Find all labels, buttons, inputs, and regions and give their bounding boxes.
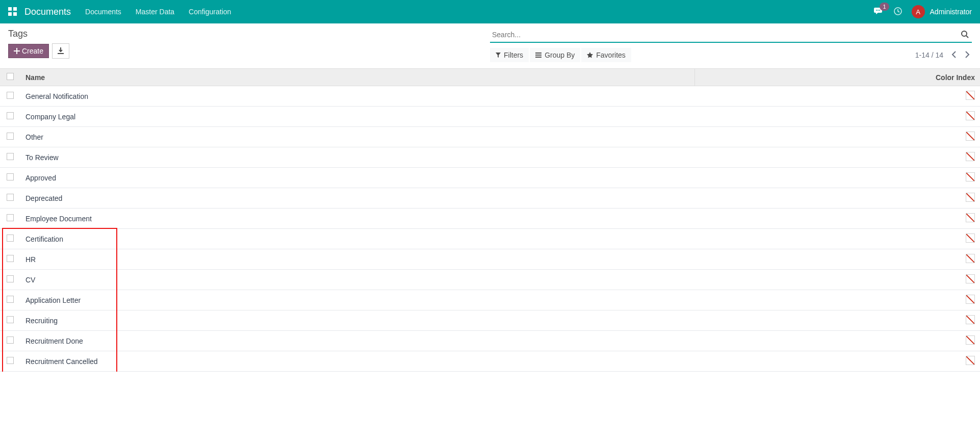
table-row[interactable]: Company Legal [0,107,980,127]
nav-menu-masterdata[interactable]: Master Data [136,8,174,16]
pager-prev[interactable] [949,49,959,62]
top-navbar: Documents Documents Master Data Configur… [0,0,980,23]
row-name[interactable]: CV [20,270,694,290]
nav-menu-documents[interactable]: Documents [85,8,121,16]
table-row[interactable]: Recruitment Done [0,331,980,351]
star-icon [587,52,593,58]
row-checkbox[interactable] [7,296,14,303]
pager-next[interactable] [963,49,972,62]
table-row[interactable]: Recruitment Cancelled [0,351,980,372]
svg-rect-10 [58,53,64,54]
funnel-icon [496,53,501,58]
plus-icon [14,48,20,54]
color-swatch[interactable] [966,254,975,263]
list-view: Name Color Index General NotificationCom… [0,68,980,372]
svg-point-4 [876,10,877,11]
row-name[interactable]: Deprecated [20,188,694,209]
app-brand[interactable]: Documents [24,7,71,17]
row-checkbox[interactable] [7,214,14,221]
table-row[interactable]: Recruiting [0,310,980,331]
col-header-color[interactable]: Color Index [694,69,980,86]
table-row[interactable]: General Notification [0,86,980,107]
select-all-checkbox[interactable] [7,73,14,80]
groupby-button[interactable]: Group By [530,48,580,62]
row-name[interactable]: Recruitment Cancelled [20,351,694,372]
table-row[interactable]: Deprecated [0,188,980,209]
row-checkbox[interactable] [7,133,14,140]
row-checkbox[interactable] [7,92,14,99]
color-swatch[interactable] [966,213,975,222]
svg-rect-9 [14,50,20,51]
color-swatch[interactable] [966,335,975,345]
apps-icon[interactable] [8,7,17,16]
row-name[interactable]: Application Letter [20,290,694,310]
color-swatch[interactable] [966,234,975,243]
export-button[interactable] [52,43,69,59]
create-button[interactable]: Create [8,44,49,58]
table-row[interactable]: CV [0,270,980,290]
row-checkbox[interactable] [7,336,14,344]
messaging-icon[interactable]: 1 [874,7,884,17]
table-row[interactable]: Employee Document [0,209,980,229]
table-row[interactable]: Approved [0,168,980,188]
pager-text[interactable]: 1-14 / 14 [915,51,943,59]
download-icon [57,47,64,55]
filters-button[interactable]: Filters [490,48,529,62]
svg-rect-1 [13,7,17,11]
table-row[interactable]: HR [0,249,980,270]
row-name[interactable]: To Review [20,147,694,168]
search-icon[interactable] [958,30,972,40]
user-menu[interactable]: A Administrator [912,5,972,18]
svg-rect-12 [535,53,541,54]
svg-rect-13 [535,55,541,56]
color-swatch[interactable] [966,91,975,100]
color-swatch[interactable] [966,295,975,304]
svg-rect-14 [535,57,541,58]
row-name[interactable]: HR [20,249,694,270]
favorites-label: Favorites [596,51,626,59]
table-row[interactable]: Certification [0,229,980,249]
row-name[interactable]: Recruitment Done [20,331,694,351]
row-checkbox[interactable] [7,357,14,364]
avatar: A [912,5,925,18]
svg-point-11 [962,31,967,36]
row-name[interactable]: Certification [20,229,694,249]
row-checkbox[interactable] [7,255,14,262]
filters-label: Filters [504,51,523,59]
table-row[interactable]: Application Letter [0,290,980,310]
row-checkbox[interactable] [7,112,14,119]
color-swatch[interactable] [966,152,975,161]
color-swatch[interactable] [966,111,975,120]
messaging-badge: 1 [880,3,889,11]
col-header-name[interactable]: Name [20,69,694,86]
row-name[interactable]: Employee Document [20,209,694,229]
row-name[interactable]: Company Legal [20,107,694,127]
groupby-label: Group By [545,51,575,59]
color-swatch[interactable] [966,274,975,283]
search-input[interactable] [490,30,958,40]
color-swatch[interactable] [966,315,975,324]
favorites-button[interactable]: Favorites [581,48,631,62]
nav-menu: Documents Master Data Configuration [85,8,231,16]
row-name[interactable]: Recruiting [20,310,694,331]
row-name[interactable]: Approved [20,168,694,188]
color-swatch[interactable] [966,172,975,181]
nav-menu-configuration[interactable]: Configuration [189,8,231,16]
color-swatch[interactable] [966,132,975,141]
row-checkbox[interactable] [7,173,14,180]
activities-icon[interactable] [893,7,902,17]
row-name[interactable]: Other [20,127,694,147]
table-row[interactable]: Other [0,127,980,147]
svg-rect-2 [8,12,12,16]
row-checkbox[interactable] [7,194,14,201]
table-row[interactable]: To Review [0,147,980,168]
color-swatch[interactable] [966,356,975,365]
row-checkbox[interactable] [7,275,14,282]
color-swatch[interactable] [966,193,975,202]
row-checkbox[interactable] [7,316,14,323]
row-checkbox[interactable] [7,153,14,160]
avatar-initial: A [916,8,920,16]
row-name[interactable]: General Notification [20,86,694,107]
svg-rect-3 [13,12,17,16]
row-checkbox[interactable] [7,235,14,242]
